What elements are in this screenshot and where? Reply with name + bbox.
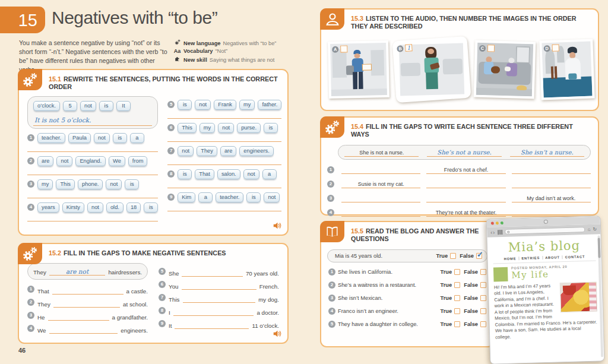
word-tile[interactable]: We — [109, 156, 125, 166]
word-tile[interactable]: father. — [258, 100, 281, 110]
word-tile[interactable]: a — [198, 192, 213, 202]
word-tile[interactable]: not — [106, 179, 122, 189]
word-tile[interactable]: my — [239, 100, 255, 110]
word-tile[interactable]: old. — [106, 202, 124, 213]
answer-blank[interactable] — [175, 328, 249, 329]
word-tile[interactable]: not — [178, 146, 194, 156]
word-tile[interactable]: salon. — [217, 169, 240, 179]
answer-line[interactable] — [27, 144, 158, 152]
false-checkbox[interactable] — [480, 308, 486, 314]
word-tile[interactable]: is — [264, 123, 278, 133]
sentence-variant-blank[interactable] — [341, 166, 420, 174]
word-tile[interactable]: This — [56, 179, 75, 189]
answer-blank[interactable] — [52, 294, 124, 295]
close-window-icon[interactable] — [491, 221, 494, 224]
sentence-variant-blank[interactable] — [426, 194, 505, 202]
word-tile[interactable]: are — [37, 156, 53, 166]
answer-blank[interactable] — [173, 315, 254, 316]
word-tile[interactable]: not — [243, 169, 259, 179]
word-tile[interactable]: That — [195, 169, 214, 179]
answer-blank[interactable] — [53, 307, 120, 308]
blog-nav-about[interactable]: ABOUT — [545, 255, 560, 259]
blog-nav-home[interactable]: HOME — [504, 257, 517, 261]
false-checkbox[interactable] — [480, 321, 486, 327]
word-tile[interactable]: purse. — [237, 123, 261, 133]
answer-line[interactable] — [27, 191, 158, 198]
false-checkbox[interactable] — [480, 282, 486, 288]
order-answer-box[interactable]: 1 — [405, 44, 413, 52]
word-tile[interactable]: 18 — [126, 202, 141, 213]
word-tile[interactable]: my — [200, 123, 215, 133]
word-tile[interactable]: is — [144, 202, 158, 213]
word-tile[interactable]: not — [218, 123, 234, 133]
speaker-icon[interactable] — [273, 329, 282, 340]
word-tile[interactable]: not — [195, 100, 211, 110]
answer-line[interactable] — [167, 204, 281, 211]
order-answer-box[interactable] — [552, 44, 559, 51]
speaker-icon[interactable] — [273, 221, 282, 232]
refresh-icon[interactable]: ↻ — [593, 227, 597, 232]
answer-line[interactable] — [27, 167, 158, 175]
word-tile[interactable]: o’clock. — [33, 101, 60, 111]
answer-line[interactable] — [27, 214, 158, 221]
answer-blank[interactable] — [48, 320, 109, 321]
word-tile[interactable]: not — [264, 192, 280, 202]
minimize-window-icon[interactable] — [496, 221, 499, 224]
true-checkbox[interactable] — [454, 295, 460, 301]
answer-line[interactable] — [167, 134, 281, 142]
word-tile[interactable]: 5 — [63, 101, 77, 111]
address-search-bar[interactable] — [505, 227, 585, 235]
word-tile[interactable]: is — [113, 133, 127, 143]
word-tile[interactable]: are — [220, 146, 236, 156]
answer-line[interactable] — [167, 157, 281, 165]
sentence-variant-blank[interactable] — [512, 166, 591, 174]
word-tile[interactable]: is — [125, 179, 139, 189]
order-answer-box[interactable] — [340, 45, 347, 52]
word-tile[interactable]: from — [128, 156, 148, 166]
word-tile[interactable]: is — [99, 101, 113, 111]
word-tile[interactable]: a — [130, 133, 144, 143]
sentence-variant-blank[interactable] — [512, 180, 591, 188]
word-tile[interactable]: years — [37, 202, 59, 213]
word-tile[interactable]: not — [80, 101, 96, 111]
blog-nav-contact[interactable]: CONTACT — [565, 255, 585, 259]
tabs-icon[interactable] — [498, 229, 502, 234]
word-tile[interactable]: not — [87, 202, 103, 213]
word-tile[interactable]: is — [246, 192, 261, 202]
sentence-variant-blank[interactable] — [426, 180, 505, 188]
true-checkbox[interactable] — [454, 308, 460, 314]
word-tile[interactable]: It — [116, 101, 131, 111]
true-checkbox[interactable] — [454, 282, 460, 288]
word-tile[interactable]: my — [37, 179, 53, 189]
answer-blank[interactable] — [182, 276, 242, 277]
sentence-variant-blank[interactable] — [341, 194, 420, 202]
false-checkbox[interactable] — [480, 269, 486, 275]
word-tile[interactable]: This — [178, 123, 197, 133]
back-forward-icons[interactable]: ‹› — [490, 229, 495, 235]
word-tile[interactable]: They — [197, 146, 217, 156]
word-tile[interactable]: a — [262, 169, 277, 179]
true-checkbox[interactable] — [454, 269, 460, 275]
word-tile[interactable]: Kirsty — [62, 202, 84, 213]
word-tile[interactable]: England. — [75, 156, 106, 166]
word-tile[interactable]: teacher. — [37, 133, 65, 143]
word-tile[interactable]: phone. — [78, 179, 103, 189]
answer-blank[interactable] — [49, 333, 118, 334]
word-tile[interactable]: is — [178, 169, 192, 179]
answer-blank[interactable] — [182, 289, 256, 290]
word-tile[interactable]: not — [56, 156, 72, 166]
sentence-variant-blank[interactable] — [341, 208, 420, 217]
home-icon[interactable]: ⌂ — [588, 227, 591, 232]
false-checkbox[interactable] — [480, 295, 486, 301]
true-checkbox[interactable] — [450, 253, 456, 259]
word-tile[interactable]: Frank — [214, 100, 236, 110]
maximize-window-icon[interactable] — [501, 221, 504, 224]
sentence-variant-blank[interactable] — [512, 208, 591, 217]
true-checkbox[interactable] — [454, 321, 460, 327]
order-answer-box[interactable] — [487, 45, 495, 52]
word-tile[interactable]: engineers. — [239, 146, 273, 156]
word-tile[interactable]: is — [178, 100, 192, 110]
blog-nav-entries[interactable]: ENTRIES — [521, 256, 540, 260]
word-tile[interactable]: teacher. — [216, 192, 243, 202]
word-tile[interactable]: Paula — [68, 133, 91, 143]
